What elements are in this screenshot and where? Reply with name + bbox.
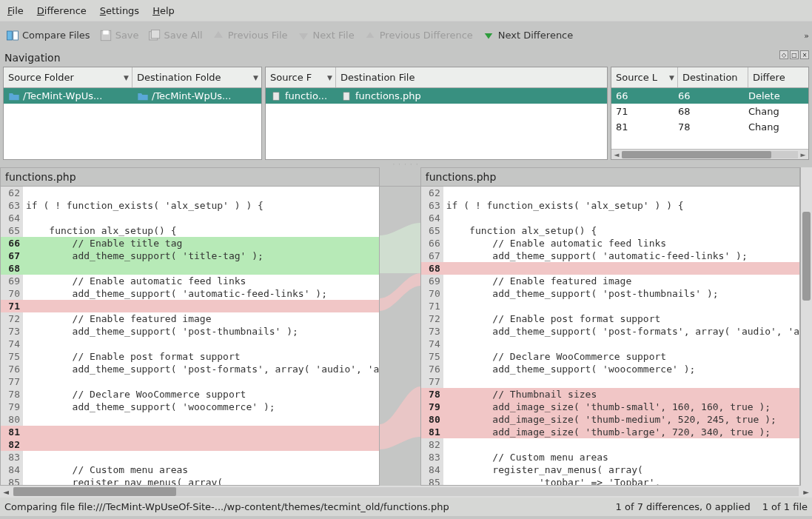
source-line-header[interactable]: Source L▼ <box>611 67 678 87</box>
code-line[interactable]: 71 <box>1 300 379 312</box>
diff-row[interactable]: 6666Delete <box>611 88 808 104</box>
source-file-row[interactable]: functio... <box>266 88 336 104</box>
code-line[interactable]: 64 <box>1 212 379 224</box>
code-line[interactable]: 77 <box>1 375 379 388</box>
code-line[interactable]: 82 <box>421 438 799 451</box>
menu-file[interactable]: File <box>7 5 24 16</box>
destination-folder-header[interactable]: Destination Folde▼ <box>132 67 261 87</box>
next-file-icon <box>297 29 310 42</box>
file-icon <box>270 91 282 101</box>
save-all-label: Save All <box>164 30 203 41</box>
compare-files-button[interactable]: Compare Files <box>6 29 90 42</box>
diff-list-hscroll[interactable]: ◄► <box>611 149 808 159</box>
previous-file-button[interactable]: Previous File <box>212 29 288 42</box>
splitter-handle[interactable]: · · · · · <box>0 161 812 167</box>
prev-file-icon <box>212 29 225 42</box>
destination-file-header[interactable]: Destination File <box>336 67 607 87</box>
code-line[interactable]: 77 <box>421 375 799 388</box>
code-line[interactable]: 68 <box>1 262 379 275</box>
folder-icon <box>8 91 20 101</box>
code-line[interactable]: 80 add_image_size( 'thumb-medium', 520, … <box>421 413 799 426</box>
code-line[interactable]: 78 // Thumbnail sizes <box>421 388 799 401</box>
code-line[interactable]: 75 // Declare WooCommerce support <box>421 350 799 363</box>
code-line[interactable]: 70 add_theme_support( 'automatic-feed-li… <box>1 287 379 300</box>
code-line[interactable]: 83 <box>1 451 379 463</box>
code-line[interactable]: 85 'topbar' => 'Topbar', <box>421 476 799 485</box>
code-line[interactable]: 71 <box>421 300 799 312</box>
code-line[interactable]: 73 add_theme_support( 'post-thumbnails' … <box>1 325 379 338</box>
code-line[interactable]: 62 <box>421 187 799 199</box>
source-folder-header[interactable]: Source Folder▼ <box>4 67 132 87</box>
right-code-area[interactable]: 6263if ( ! function_exists( 'alx_setup' … <box>421 187 799 485</box>
code-line[interactable]: 72 // Enable post format support <box>421 312 799 325</box>
code-line[interactable]: 62 <box>1 187 379 199</box>
code-line[interactable]: 74 <box>421 338 799 350</box>
left-code-area[interactable]: 6263if ( ! function_exists( 'alx_setup' … <box>1 187 379 485</box>
navigation-panels: Source Folder▼ Destination Folde▼ /TecMi… <box>0 65 812 161</box>
code-line[interactable]: 66 // Enable automatic feed links <box>421 237 799 250</box>
menu-help[interactable]: Help <box>152 5 175 16</box>
code-line[interactable]: 84 // Custom menu areas <box>1 463 379 476</box>
code-line[interactable]: 67 add_theme_support( 'title-tag' ); <box>1 250 379 262</box>
menu-settings[interactable]: Settings <box>100 5 139 16</box>
difference-header[interactable]: Differe <box>748 67 808 87</box>
code-line[interactable]: 80 <box>1 413 379 426</box>
code-line[interactable]: 63if ( ! function_exists( 'alx_setup' ) … <box>1 199 379 212</box>
horizontal-scrollbar[interactable]: ◄ ► <box>0 486 812 498</box>
save-all-button[interactable]: Save All <box>148 29 203 42</box>
svg-rect-0 <box>7 31 13 40</box>
code-line[interactable]: 76 add_theme_support( 'post-formats', ar… <box>1 363 379 375</box>
statusbar: Comparing file file:///TecMint-WpUseOf-S… <box>0 498 812 516</box>
file-icon <box>340 91 352 101</box>
status-diffs: 1 of 7 differences, 0 applied <box>616 501 751 512</box>
next-difference-button[interactable]: Next Difference <box>482 29 573 42</box>
code-line[interactable]: 73 add_theme_support( 'post-formats', ar… <box>421 325 799 338</box>
source-folder-path: /TecMint-WpUs... <box>23 90 102 101</box>
panel-restore-icon[interactable]: □ <box>790 50 799 59</box>
code-line[interactable]: 65 function alx_setup() { <box>421 224 799 237</box>
code-line[interactable]: 69 // Enable featured image <box>421 275 799 287</box>
destination-file-row[interactable]: functions.php <box>336 88 607 104</box>
navigation-title: Navigation ◇ □ × <box>0 49 812 65</box>
code-line[interactable]: 85 register_nav_menus( array( <box>1 476 379 485</box>
code-line[interactable]: 63if ( ! function_exists( 'alx_setup' ) … <box>421 199 799 212</box>
code-line[interactable]: 74 <box>1 338 379 350</box>
code-line[interactable]: 68 <box>421 262 799 275</box>
code-line[interactable]: 79 add_theme_support( 'woocommerce' ); <box>1 401 379 413</box>
code-line[interactable]: 65 function alx_setup() { <box>1 224 379 237</box>
code-line[interactable]: 81 <box>1 426 379 438</box>
source-folder-row[interactable]: /TecMint-WpUs... <box>4 88 132 104</box>
code-line[interactable]: 84 register_nav_menus( array( <box>421 463 799 476</box>
destination-line-header[interactable]: Destination <box>678 67 748 87</box>
panel-close-icon[interactable]: × <box>800 50 809 59</box>
code-line[interactable]: 66 // Enable title tag <box>1 237 379 250</box>
left-editor-title: functions.php <box>1 168 379 187</box>
code-line[interactable]: 72 // Enable featured image <box>1 312 379 325</box>
menu-difference[interactable]: Difference <box>37 5 87 16</box>
code-line[interactable]: 82 <box>1 438 379 451</box>
code-line[interactable]: 69 // Enable automatic feed links <box>1 275 379 287</box>
code-line[interactable]: 67 add_theme_support( 'automatic-feed-li… <box>421 250 799 262</box>
destination-folder-row[interactable]: /TecMint-WpUs... <box>132 88 261 104</box>
save-button[interactable]: Save <box>99 29 139 42</box>
code-line[interactable]: 75 // Enable post format support <box>1 350 379 363</box>
toolbar-overflow-icon[interactable]: » <box>804 30 809 40</box>
next-file-label: Next File <box>313 30 355 41</box>
vertical-scrollbar[interactable] <box>800 167 812 486</box>
code-line[interactable]: 76 add_theme_support( 'woocommerce' ); <box>421 363 799 375</box>
code-line[interactable]: 70 add_theme_support( 'post-thumbnails' … <box>421 287 799 300</box>
panel-detach-icon[interactable]: ◇ <box>779 50 788 59</box>
diff-row[interactable]: 8178Chang <box>611 119 808 135</box>
next-file-button[interactable]: Next File <box>297 29 355 42</box>
previous-difference-button[interactable]: Previous Difference <box>363 29 473 42</box>
source-file-header[interactable]: Source F▼ <box>266 67 336 87</box>
code-line[interactable]: 64 <box>421 212 799 224</box>
code-line[interactable]: 79 add_image_size( 'thumb-small', 160, 1… <box>421 401 799 413</box>
code-line[interactable]: 83 // Custom menu areas <box>421 451 799 463</box>
folder-icon <box>137 91 149 101</box>
diff-row[interactable]: 7168Chang <box>611 104 808 119</box>
menubar: File Difference Settings Help <box>0 0 812 21</box>
code-line[interactable]: 81 add_image_size( 'thumb-large', 720, 3… <box>421 426 799 438</box>
code-line[interactable]: 78 // Declare WooCommerce support <box>1 388 379 401</box>
source-file-name: functio... <box>285 90 327 101</box>
